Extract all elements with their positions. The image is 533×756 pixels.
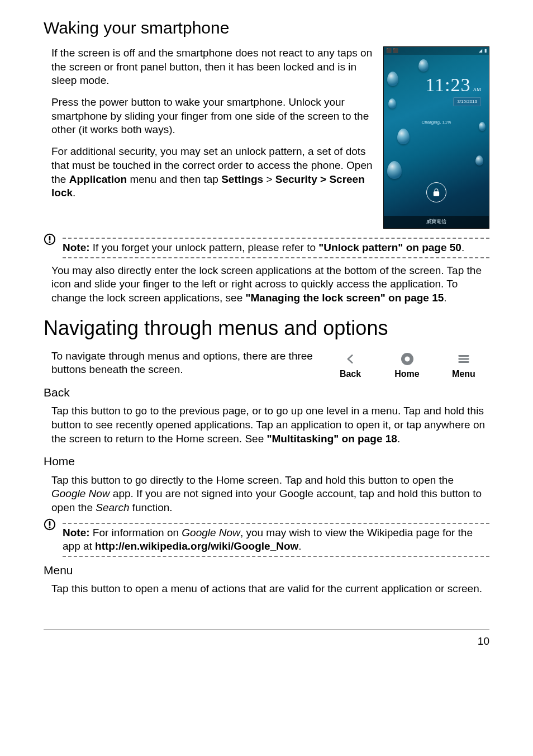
svg-point-5 <box>404 356 410 361</box>
statusbar-left: ⬛ ⬛ <box>386 48 398 54</box>
heading-navigating: Navigating through menus and options <box>44 315 489 342</box>
subheading-home: Home <box>44 453 489 469</box>
heading-waking: Waking your smartphone <box>44 17 489 39</box>
paragraph: Tap this button to go directly to the Ho… <box>51 474 489 515</box>
page-number: 10 <box>478 635 489 647</box>
paragraph: Press the power button to wake your smar… <box>51 96 378 137</box>
note-text: Note: If you forget your unlock pattern,… <box>63 241 489 255</box>
svg-rect-2 <box>49 236 51 240</box>
signal-icon: ◢ <box>479 48 482 54</box>
svg-rect-10 <box>49 521 51 526</box>
paragraph: Tap this button to go to the previous pa… <box>51 404 489 446</box>
paragraph: For additional security, you may set an … <box>51 145 378 200</box>
note-callout: Note: If you forget your unlock pattern,… <box>44 238 489 258</box>
page-footer: 10 <box>44 630 489 649</box>
svg-point-3 <box>49 241 50 243</box>
subheading-menu: Menu <box>44 563 489 578</box>
paragraph: Tap this button to open a menu of action… <box>51 582 489 596</box>
alert-icon <box>44 233 56 245</box>
nav-back-label: Back <box>340 368 361 380</box>
lockscreen-figure: ⬛ ⬛ ◢ ▮ 11:23 AM 3/15/2013 Charging, 11% <box>383 46 489 229</box>
lock-icon <box>426 182 446 202</box>
lockscreen-carrier: 威寶電信 <box>384 216 489 228</box>
home-icon <box>401 352 414 366</box>
paragraph: To navigate through menus and options, t… <box>51 349 319 377</box>
nav-home-label: Home <box>394 368 419 380</box>
menu-icon <box>458 352 470 366</box>
lockscreen-charging: Charging, 11% <box>384 120 489 125</box>
lockscreen-date: 3/15/2013 <box>453 97 481 106</box>
note-text: Note: For information on Google Now, you… <box>63 526 489 554</box>
statusbar: ⬛ ⬛ ◢ ▮ <box>384 47 489 55</box>
lockscreen-ampm: AM <box>473 87 481 93</box>
alert-icon <box>44 518 56 531</box>
svg-rect-0 <box>434 192 439 196</box>
paragraph: If the screen is off and the smartphone … <box>51 46 378 88</box>
nav-menu-label: Menu <box>452 368 475 380</box>
back-icon <box>345 352 356 366</box>
subheading-back: Back <box>44 385 489 400</box>
lockscreen-time: 11:23 AM <box>425 73 481 97</box>
nav-buttons-figure: Back Home Menu <box>325 352 489 380</box>
paragraph: You may also directly enter the lock scr… <box>51 264 489 305</box>
svg-point-11 <box>49 526 50 528</box>
note-callout: Note: For information on Google Now, you… <box>44 523 489 557</box>
battery-icon: ▮ <box>484 48 487 54</box>
